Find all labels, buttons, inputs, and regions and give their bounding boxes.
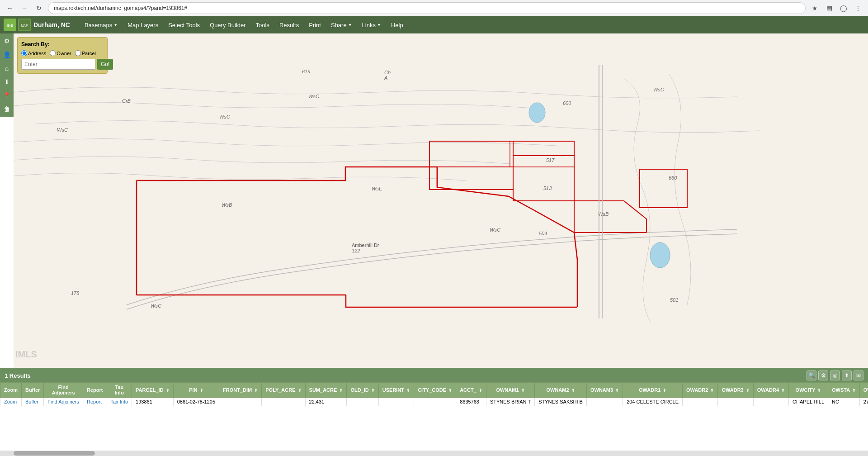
row-owadr1: 204 CELESTE CIRCLE [623,398,683,406]
col-owsta[interactable]: OWSTA ⇕ [828,383,860,398]
col-poly-acre[interactable]: POLY_ACRE ⇕ [262,383,305,398]
left-sidebar: ⚙ 👤 ⌂ ⬇ 📍 🗑 [0,33,14,117]
row-poly-acre [262,398,305,406]
map-svg [14,33,868,368]
nav-basemaps[interactable]: Basemaps ▼ [80,20,122,30]
map-label-660: 660 [669,175,677,180]
svg-text:MAP: MAP [21,24,28,27]
sidebar-trash-btn[interactable]: 🗑 [1,103,13,115]
nav-map-layers[interactable]: Map Layers [123,20,163,30]
sidebar-home-btn[interactable]: ⌂ [1,62,13,74]
reload-button[interactable]: ↻ [33,3,44,14]
map-area[interactable]: 619 ChA WsC WsC WsC CrB 600 WsC 517 513 … [14,33,868,368]
svg-text:GIS: GIS [7,24,13,28]
col-find-adjoiners[interactable]: FindAdjoiners [44,383,83,398]
row-owcity: CHAPEL HILL [789,398,828,406]
sidebar-download-btn[interactable]: ⬇ [1,76,13,88]
go-button[interactable]: Go! [97,59,113,70]
nav-results[interactable]: Results [275,20,303,30]
sidebar-settings-btn[interactable]: ⚙ [1,35,13,47]
map-label-wsb-lt: WsB [222,202,232,208]
col-owadr3[interactable]: OWADR3 ⇕ [718,383,753,398]
col-old-id[interactable]: OLD_ID ⇕ [347,383,378,398]
search-owner-option[interactable]: Owner [50,50,71,56]
row-zoom-link[interactable]: Zoom [4,399,17,404]
col-owadr4[interactable]: OWADR4 ⇕ [753,383,788,398]
row-ownam3 [586,398,623,406]
svg-rect-6 [429,141,513,190]
svg-point-4 [529,103,545,123]
svg-point-5 [650,242,670,268]
col-acct[interactable]: ACCT_ ⇕ [456,383,486,398]
results-locate-btn[interactable]: ◎ [830,370,840,380]
table-row: Zoom Buffer Find Adjoiners Report Tax In… [0,398,868,406]
row-tax-info-link[interactable]: Tax Info [111,399,128,404]
nav-tools[interactable]: Tools [251,20,274,30]
main-content: 619 ChA WsC WsC WsC CrB 600 WsC 517 513 … [14,33,868,368]
nav-print[interactable]: Print [304,20,326,30]
nav-query-builder[interactable]: Query Builder [205,20,250,30]
search-owner-radio[interactable] [50,50,56,56]
nav-help[interactable]: Help [387,20,408,30]
col-city-code[interactable]: CITY_CODE ⇕ [414,383,456,398]
col-front-dim[interactable]: FRONT_DIM ⇕ [219,383,262,398]
map-label-600: 600 [563,100,571,106]
bookmark-button[interactable]: ★ [809,3,820,14]
results-email-btn[interactable]: ✉ [854,370,863,380]
col-owcity[interactable]: OWCITY ⇕ [789,383,828,398]
col-ownam2[interactable]: OWNAM2 ⇕ [535,383,587,398]
results-zoom-btn[interactable]: 🔍 [807,370,816,380]
map-label-wsc-ct2: WsC [490,227,500,233]
sidebar-pin-btn[interactable]: 📍 [1,90,13,101]
col-owzipa[interactable]: OWZIPA ⇕ [859,383,868,398]
search-address-radio[interactable] [21,50,27,56]
col-report[interactable]: Report [83,383,107,398]
row-report-link[interactable]: Report [87,399,102,404]
forward-button[interactable]: → [19,3,30,14]
col-owadr2[interactable]: OWADR2 ⇕ [683,383,718,398]
row-find-adjoiners-link[interactable]: Find Adjoiners [47,399,79,404]
sidebar-person-btn[interactable]: 👤 [1,49,13,61]
search-parcel-radio[interactable] [75,50,81,56]
results-table-wrap[interactable]: Zoom Buffer FindAdjoiners Report TaxInfo… [0,382,868,456]
url-bar[interactable] [48,2,806,14]
row-ownam1: STYNES BRIAN T [486,398,534,406]
col-ownam1[interactable]: OWNAM1 ⇕ [486,383,534,398]
account-button[interactable]: ◯ [838,3,849,14]
results-header: 1 Results 🔍 ⚙ ◎ ⬆ ✉ [0,369,868,382]
col-pin[interactable]: PIN ⇕ [173,383,219,398]
search-parcel-option[interactable]: Parcel [75,50,96,56]
row-pin: 0861-02-78-1205 [173,398,219,406]
results-export-btn[interactable]: ⬆ [842,370,852,380]
col-tax-info[interactable]: TaxInfo [107,383,132,398]
imls-watermark: IMLS [15,349,37,360]
col-parcel-id[interactable]: PARCEL_ID ⇕ [132,383,174,398]
col-zoom[interactable]: Zoom [0,383,22,398]
search-input[interactable] [21,59,95,70]
col-buffer[interactable]: Buffer [21,383,43,398]
results-area: 1 Results 🔍 ⚙ ◎ ⬆ ✉ Zoom Buffer FindAdjo… [0,368,868,456]
map-label-wsc-lt: WsC [57,127,68,133]
search-address-option[interactable]: Address [21,50,46,56]
col-userint[interactable]: USERINT ⇕ [378,383,414,398]
map-label-crb: CrB [122,98,131,104]
row-owadr3 [718,398,753,406]
main-nav: Basemaps ▼ Map Layers Select Tools Query… [80,20,408,30]
nav-links[interactable]: Links ▼ [358,20,386,30]
back-button[interactable]: ← [5,3,15,14]
row-owadr4 [753,398,788,406]
row-buffer-link[interactable]: Buffer [25,399,38,404]
col-sum-acre[interactable]: SUM_ACRE ⇕ [305,383,347,398]
results-settings-btn[interactable]: ⚙ [818,370,828,380]
col-owadr1[interactable]: OWADR1 ⇕ [623,383,683,398]
map-label-619: 619 [302,69,310,74]
col-ownam3[interactable]: OWNAM3 ⇕ [586,383,623,398]
scroll-thumb[interactable] [14,451,95,456]
horizontal-scrollbar[interactable] [0,451,868,456]
menu-button[interactable]: ⋮ [853,3,863,14]
map-label-wse: WsE [372,186,382,191]
nav-share[interactable]: Share ▼ [326,20,357,30]
extension-button[interactable]: ▤ [824,3,835,14]
nav-select-tools[interactable]: Select Tools [164,20,204,30]
map-label-513: 513 [543,185,552,191]
